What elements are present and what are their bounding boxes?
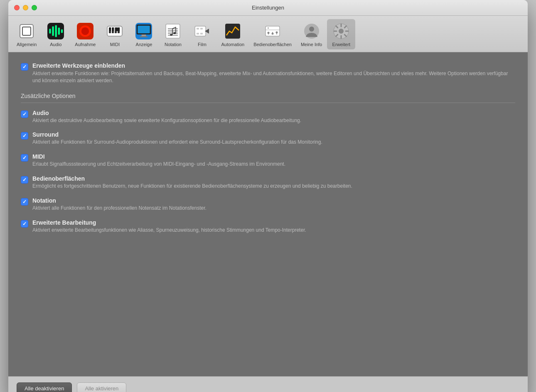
checkbox-erweiterte_bearbeitung[interactable]: ✓: [21, 220, 28, 228]
traffic-lights: [14, 5, 37, 10]
main-option-label: Erweiterte Werkzeuge einblenden: [32, 62, 515, 69]
option-midi-label: MIDI: [32, 153, 285, 160]
option-surround: ✓ Surround Aktiviert alle Funktionen für…: [21, 131, 515, 146]
tab-erweitert-label: Erweitert: [332, 42, 350, 47]
tab-automation[interactable]: Automation: [217, 19, 248, 49]
option-surround-text: Surround Aktiviert alle Funktionen für S…: [32, 131, 322, 146]
tab-allgemein-label: Allgemein: [17, 42, 37, 47]
footer: Alle deaktivieren Alle aktivieren: [8, 376, 528, 392]
svg-rect-35: [200, 28, 203, 29]
tab-audio-label: Audio: [50, 42, 61, 47]
minimize-button[interactable]: [23, 5, 28, 10]
option-erweiterte_bearbeitung-description: Aktiviert erweiterte Bearbeitungsfunktio…: [32, 227, 306, 234]
checkbox-audio[interactable]: ✓: [21, 110, 28, 118]
tab-meineinfo[interactable]: Meine Info: [297, 19, 326, 49]
content-area: ✓ Erweiterte Werkzeuge einblenden Aktivi…: [8, 52, 528, 376]
deactivate-all-button[interactable]: Alle deaktivieren: [17, 382, 72, 392]
midi-icon: [105, 22, 124, 41]
anzeige-icon: [134, 22, 153, 41]
tab-aufnahme-label: Aufnahme: [75, 42, 96, 47]
svg-rect-6: [61, 29, 63, 33]
checkbox-bedienoberflaechen[interactable]: ✓: [21, 176, 28, 184]
svg-rect-2: [49, 29, 51, 33]
tab-meineinfo-label: Meine Info: [301, 42, 322, 47]
tab-bedienoberflaechen-label: Bedienoberflächen: [253, 42, 292, 47]
tab-bedienoberflaechen[interactable]: Bedienoberflächen: [249, 19, 296, 49]
tab-audio[interactable]: Audio: [42, 19, 70, 49]
tab-automation-label: Automation: [221, 42, 244, 47]
close-button[interactable]: [14, 5, 20, 10]
main-option-checkbox[interactable]: ✓: [21, 63, 28, 71]
main-option-description: Aktiviert erweiterte Funktionen wie: Pro…: [32, 70, 515, 84]
erweitert-icon: [332, 22, 351, 41]
option-audio-description: Akiviert die destruktive Audiobearbeitun…: [32, 117, 301, 124]
svg-rect-19: [138, 26, 150, 34]
tab-aufnahme[interactable]: Aufnahme: [71, 19, 100, 49]
main-option-text: Erweiterte Werkzeuge einblenden Aktivier…: [32, 62, 515, 84]
audio-icon: [46, 22, 65, 41]
option-notation-text: Notation Aktiviert alle Funktionen für d…: [32, 197, 207, 212]
option-midi: ✓ MIDI Erlaubt Signalflusssteuerung und …: [21, 153, 515, 168]
option-notation: ✓ Notation Aktiviert alle Funktionen für…: [21, 197, 515, 212]
svg-rect-34: [197, 28, 199, 29]
svg-point-45: [272, 33, 274, 35]
checkmark-surround-icon: ✓: [22, 133, 27, 138]
svg-point-30: [173, 32, 176, 34]
option-midi-text: MIDI Erlaubt Signalflusssteuerung und Ec…: [32, 153, 285, 168]
svg-rect-36: [197, 33, 199, 34]
tab-anzeige-label: Anzeige: [136, 42, 152, 47]
tab-notation-label: Notation: [165, 42, 182, 47]
bedienoberflaechen-icon: [263, 22, 282, 41]
main-option: ✓ Erweiterte Werkzeuge einblenden Aktivi…: [21, 62, 515, 84]
option-bedienoberflaechen-label: Bedienoberflächen: [32, 175, 352, 182]
svg-point-28: [170, 34, 172, 36]
svg-rect-22: [166, 24, 180, 38]
window: Einstellungen Allgemein: [8, 0, 528, 392]
notation-icon: [163, 22, 182, 41]
svg-point-8: [81, 27, 89, 35]
option-bedienoberflaechen-description: Ermöglicht es fortgeschrittenen Benutzer…: [32, 183, 352, 190]
checkbox-surround[interactable]: ✓: [21, 132, 28, 140]
option-notation-description: Aktiviert alle Funktionen für den profes…: [32, 205, 207, 212]
option-notation-label: Notation: [32, 197, 207, 204]
aufnahme-icon: [76, 22, 95, 41]
svg-rect-4: [55, 25, 57, 37]
tab-anzeige[interactable]: Anzeige: [130, 19, 158, 49]
automation-icon: [223, 22, 242, 41]
option-surround-description: Aktiviert alle Funktionen für Surround-A…: [32, 139, 322, 146]
checkbox-notation[interactable]: ✓: [21, 198, 28, 206]
svg-rect-21: [140, 36, 148, 37]
section-divider: [21, 103, 515, 103]
tab-midi[interactable]: MIDI: [101, 19, 129, 49]
tab-notation[interactable]: Notation: [159, 19, 187, 49]
svg-rect-20: [142, 34, 146, 36]
option-audio: ✓ Audio Akiviert die destruktive Audiobe…: [21, 110, 515, 124]
option-audio-text: Audio Akiviert die destruktive Audiobear…: [32, 110, 301, 124]
section-header: Zusätzliche Optionen: [21, 93, 515, 99]
svg-rect-5: [58, 27, 60, 34]
meineinfo-icon: [302, 22, 321, 41]
tab-film[interactable]: Film: [188, 19, 216, 49]
svg-point-43: [268, 32, 270, 34]
checkbox-midi[interactable]: ✓: [21, 154, 28, 162]
checkmark-icon: ✓: [22, 64, 27, 69]
activate-all-button[interactable]: Alle aktivieren: [77, 382, 126, 392]
svg-rect-0: [20, 24, 33, 38]
option-surround-label: Surround: [32, 131, 322, 138]
option-bedienoberflaechen-text: Bedienoberflächen Ermöglicht es fortgesc…: [32, 175, 352, 190]
titlebar: Einstellungen: [8, 0, 528, 16]
svg-point-47: [276, 32, 278, 34]
tab-erweitert[interactable]: Erweitert: [327, 19, 355, 49]
tab-allgemein[interactable]: Allgemein: [12, 19, 41, 49]
checkmark-erweiterte_bearbeitung-icon: ✓: [22, 221, 27, 226]
checkmark-bedienoberflaechen-icon: ✓: [22, 177, 27, 182]
svg-rect-41: [268, 27, 269, 29]
toolbar: Allgemein Audio: [8, 16, 528, 52]
option-erweiterte_bearbeitung-text: Erweiterte Bearbeitung Aktiviert erweite…: [32, 219, 306, 234]
checkmark-audio-icon: ✓: [22, 112, 27, 117]
film-icon: [192, 22, 211, 41]
options-list: ✓ Audio Akiviert die destruktive Audiobe…: [21, 110, 515, 234]
svg-point-49: [309, 27, 314, 32]
window-title: Einstellungen: [252, 5, 284, 11]
maximize-button[interactable]: [32, 5, 37, 10]
